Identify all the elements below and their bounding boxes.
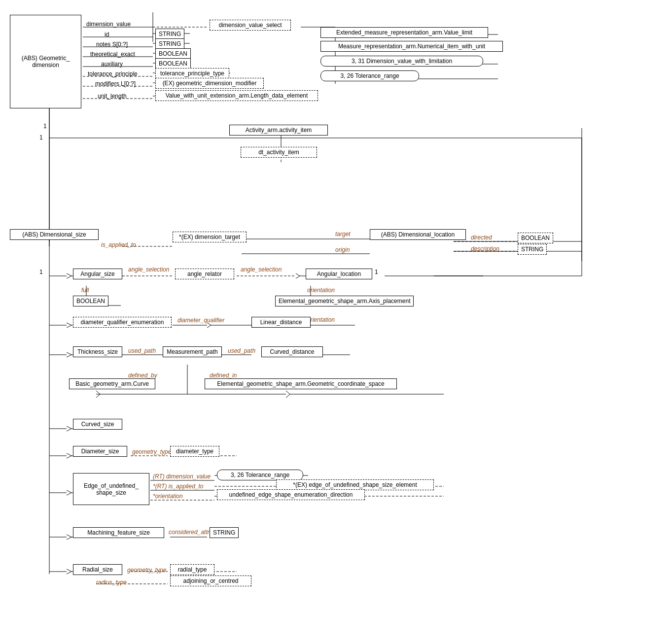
dimension-value-label: dimension_value xyxy=(86,21,131,28)
origin-label: origin xyxy=(335,246,350,253)
rt-dimension-value-label: (RT) dimension_value xyxy=(153,473,211,480)
boolean-directed-box: BOOLEAN xyxy=(518,233,553,243)
svg-line-97 xyxy=(67,537,71,540)
ex-geometric-modifier-label: (EX) geometric_dimension_modifier xyxy=(163,80,257,87)
svg-line-42 xyxy=(296,273,300,276)
machining-feature-size-label: Machining_feature_size xyxy=(87,529,150,536)
ex-dimension-target-label: *(EX) dimension_target xyxy=(179,234,240,240)
svg-line-62 xyxy=(67,355,71,357)
diameter-qualifier-enum-label: diameter_qualifier_enumeration xyxy=(81,319,164,326)
id-label: id xyxy=(105,31,109,38)
elemental-geometric-space-box: Elemental_geometric_shape_arm.Geometric_… xyxy=(205,378,397,389)
full-label: full xyxy=(81,287,89,294)
curved-size-box: Curved_size xyxy=(73,419,122,430)
boolean1-label: BOOLEAN xyxy=(159,50,187,57)
string2-box: STRING xyxy=(155,38,184,49)
tolerance-range2-box: 3, 26 Tolerance_range xyxy=(217,470,303,480)
boolean-full-label: BOOLEAN xyxy=(76,298,105,305)
svg-line-77 xyxy=(67,429,71,431)
basic-geometry-curve-box: Basic_geometry_arm.Curve xyxy=(69,378,155,389)
edge-undefined-shape-label: Edge_of_undefined_ shape_size xyxy=(84,482,139,496)
tolerance-principle-label: tolerance_principle xyxy=(88,70,138,77)
svg-line-76 xyxy=(67,426,71,429)
adjoining-or-centred-box: adjoining_or_centred xyxy=(170,575,251,586)
used-path2-label: used_path xyxy=(228,347,255,354)
diameter-qualifier-enum-box: diameter_qualifier_enumeration xyxy=(73,317,172,328)
measure-representation-box: Measure_representation_arm.Numerical_ite… xyxy=(320,41,503,52)
orientation2-label: orientation xyxy=(307,316,335,323)
target-label: target xyxy=(335,231,351,237)
svg-line-70 xyxy=(96,394,100,398)
angular-location-label: Angular_location xyxy=(317,271,361,277)
curved-size-label: Curved_size xyxy=(81,421,114,428)
svg-line-57 xyxy=(207,325,211,328)
tolerance-principle-type-box: tolerance_principle_type xyxy=(155,68,229,79)
boolean-directed-label: BOOLEAN xyxy=(521,235,550,241)
svg-line-37 xyxy=(67,273,71,276)
thickness-size-box: Thickness_size xyxy=(73,346,122,357)
elemental-axis-label: Elemental_geometric_shape_arm.Axis_place… xyxy=(279,298,410,305)
angular-size-box: Angular_size xyxy=(73,269,122,279)
undefined-edge-enum-box: undefined_edge_shape_enumeration_directi… xyxy=(217,489,365,500)
string-considered-box: STRING xyxy=(210,527,239,538)
dt-activity-item-box: dt_activity_item xyxy=(241,147,317,158)
linear-distance-box: Linear_distance xyxy=(251,317,311,328)
angle-relator-label: angle_relator xyxy=(187,271,222,277)
ex-edge-element-box: *(EX) edge_of_undefined_shape_size_eleme… xyxy=(276,479,434,490)
svg-line-96 xyxy=(67,535,71,537)
string1-label: STRING xyxy=(159,31,181,37)
thickness-size-label: Thickness_size xyxy=(77,348,118,355)
boolean2-box: BOOLEAN xyxy=(155,58,191,69)
edge-undefined-shape-box: Edge_of_undefined_ shape_size xyxy=(73,473,149,505)
abs-dimensional-size-label: (ABS) Dimensional_size xyxy=(22,231,86,238)
svg-line-101 xyxy=(67,569,71,572)
string-description-label: STRING xyxy=(521,246,543,253)
measurement-path-label: Measurement_path xyxy=(167,348,217,355)
string-description-box: STRING xyxy=(518,244,547,255)
undefined-edge-enum-label: undefined_edge_shape_enumeration_directi… xyxy=(229,491,353,498)
diameter-type-box: diameter_type xyxy=(170,446,219,457)
svg-line-53 xyxy=(67,325,71,328)
angle-selection1-label: angle_selection xyxy=(128,266,169,273)
svg-line-72 xyxy=(286,391,290,394)
modifiers-label: modifiers L[0:?] xyxy=(95,80,136,87)
curved-distance-box: Curved_distance xyxy=(261,346,323,357)
value-unit-extension-label: Value_with_unit_extension_arm.Length_dat… xyxy=(166,92,308,99)
geometry-type-diameter-label: geometry_type xyxy=(132,448,171,455)
orientation3-label: *orientation xyxy=(153,493,183,500)
num1-label: 1 xyxy=(39,134,43,141)
elemental-geometric-space-label: Elemental_geometric_shape_arm.Geometric_… xyxy=(217,380,385,387)
svg-line-87 xyxy=(67,493,71,495)
dimension-value-select-box: dimension_value_select xyxy=(210,20,291,31)
is-applied-to-label: is_applied_to xyxy=(101,241,136,248)
rt-is-applied-to-label: *(RT) is_applied_to xyxy=(153,483,204,490)
extended-measure-box: Extended_measure_representation_arm.Valu… xyxy=(320,27,488,38)
angular-size-label: Angular_size xyxy=(80,271,114,277)
boolean2-label: BOOLEAN xyxy=(159,60,187,67)
radial-type-box: radial_type xyxy=(170,564,214,575)
diameter-size-label: Diameter_size xyxy=(81,448,119,455)
tolerance-range-top-box: 3, 26 Tolerance_range xyxy=(320,70,419,81)
radial-type-label: radial_type xyxy=(178,566,207,573)
ex-geometric-modifier-box: (EX) geometric_dimension_modifier xyxy=(155,78,264,89)
diameter-type-label: diameter_type xyxy=(176,448,213,455)
svg-line-61 xyxy=(67,352,71,355)
extended-measure-label: Extended_measure_representation_arm.Valu… xyxy=(336,29,472,36)
notes-label: notes S[0:?] xyxy=(96,41,128,48)
radius-type-label: radius_type xyxy=(96,579,127,586)
num1-angular-label: 1 xyxy=(39,269,43,275)
svg-line-43 xyxy=(296,276,300,278)
tolerance-principle-type-label: tolerance_principle_type xyxy=(160,70,224,77)
elemental-axis-box: Elemental_geometric_shape_arm.Axis_place… xyxy=(275,296,414,306)
tolerance-range-top-label: 3, 26 Tolerance_range xyxy=(340,72,399,79)
directed-label: directed xyxy=(471,234,492,241)
curved-distance-label: Curved_distance xyxy=(270,348,314,355)
abs-geometric-dimension-box: (ABS) Geometric_ dimension xyxy=(10,15,81,108)
diameter-qualifier-label: diameter_qualifier xyxy=(177,317,224,324)
svg-text:1: 1 xyxy=(43,123,47,130)
svg-line-69 xyxy=(96,391,100,394)
abs-dimensional-size-box: (ABS) Dimensional_size xyxy=(10,229,99,240)
measurement-path-box: Measurement_path xyxy=(163,346,222,357)
activity-arm-label: Activity_arm.activity_item xyxy=(246,127,312,134)
svg-line-102 xyxy=(67,572,71,574)
